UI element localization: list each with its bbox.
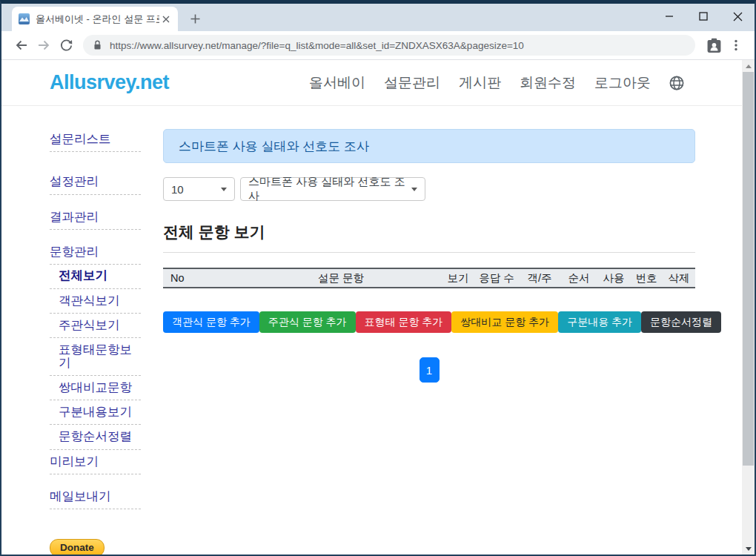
add-section-button[interactable]: 구분내용 추가 bbox=[558, 311, 641, 333]
sidebar-item-results[interactable]: 결과관리 bbox=[50, 211, 141, 230]
tab-title: 올서베이넷 - 온라인 설문 프로그 bbox=[36, 13, 159, 26]
sidebar-item-settings[interactable]: 설정관리 bbox=[50, 175, 141, 194]
scroll-down-icon[interactable] bbox=[742, 543, 755, 555]
main-panel: 스마트폰 사용 실태와 선호도 조사 10 스마트폰 사용 실태와 선호도 조사… bbox=[163, 106, 695, 555]
sidebar-item-view-all[interactable]: 전체보기 bbox=[50, 269, 141, 288]
section-title: 전체 문항 보기 bbox=[163, 222, 695, 242]
action-buttons: 객관식 문항 추가 주관식 문항 추가 표형태 문항 추가 쌍대비교 문항 추가… bbox=[163, 311, 695, 333]
browser-window: 올서베이넷 - 온라인 설문 프로그 bbox=[0, 0, 756, 556]
nav-item-member-edit[interactable]: 회원수정 bbox=[520, 73, 576, 93]
survey-title-banner: 스마트폰 사용 실태와 선호도 조사 bbox=[163, 129, 695, 163]
minimize-icon[interactable] bbox=[652, 4, 686, 29]
sidebar-item-section-view[interactable]: 구분내용보기 bbox=[50, 406, 141, 425]
tab-close-icon[interactable] bbox=[159, 13, 173, 26]
column-order: 순서 bbox=[560, 271, 597, 285]
column-view: 보기 bbox=[442, 271, 474, 285]
sidebar-item-send-mail[interactable]: 메일보내기 bbox=[50, 490, 141, 509]
scroll-up-icon[interactable] bbox=[742, 60, 755, 72]
donate-button[interactable]: Donate bbox=[50, 539, 105, 555]
url-text: https://www.allsurvey.net/manage/?file=q… bbox=[110, 40, 524, 51]
browser-toolbar: https://www.allsurvey.net/manage/?file=q… bbox=[1, 31, 755, 60]
maximize-icon[interactable] bbox=[686, 4, 720, 29]
new-tab-icon[interactable] bbox=[185, 9, 205, 28]
column-no: No bbox=[163, 272, 267, 284]
sidebar-item-preview[interactable]: 미리보기 bbox=[50, 455, 141, 474]
divider bbox=[163, 252, 695, 253]
sidebar-item-open-ended[interactable]: 주관식보기 bbox=[50, 319, 141, 338]
window-controls bbox=[652, 4, 755, 29]
nav-item-allsurvey[interactable]: 올서베이 bbox=[309, 73, 365, 93]
sidebar-item-question-manage[interactable]: 문항관리 bbox=[50, 245, 141, 265]
page-1-button[interactable]: 1 bbox=[420, 357, 440, 383]
column-question: 설문 문항 bbox=[267, 271, 415, 285]
scrollbar-thumb[interactable] bbox=[743, 72, 754, 466]
vertical-scrollbar[interactable] bbox=[742, 60, 755, 555]
browser-tab[interactable]: 올서베이넷 - 온라인 설문 프로그 bbox=[12, 7, 178, 31]
url-bar[interactable]: https://www.allsurvey.net/manage/?file=q… bbox=[83, 35, 695, 56]
reload-icon[interactable] bbox=[55, 34, 77, 56]
sidebar: 설문리스트 설정관리 결과관리 문항관리 전체보기 객관식보기 주관식보기 표형… bbox=[50, 106, 141, 555]
survey-select-value: 스마트폰 사용 실태와 선호도 조사 bbox=[248, 175, 411, 203]
add-table-type-button[interactable]: 표형태 문항 추가 bbox=[356, 311, 452, 333]
survey-select[interactable]: 스마트폰 사용 실태와 선호도 조사 bbox=[240, 177, 425, 201]
close-icon[interactable] bbox=[720, 4, 755, 29]
caret-down-icon bbox=[221, 188, 227, 191]
back-icon[interactable] bbox=[10, 34, 33, 56]
column-use: 사용 bbox=[597, 271, 630, 285]
page-size-select[interactable]: 10 bbox=[163, 177, 235, 201]
nav-item-survey-manage[interactable]: 설문관리 bbox=[384, 73, 440, 93]
table-header-row: No 설문 문항 보기 응답 수 객/주 순서 사용 번호 삭제 bbox=[163, 268, 695, 288]
pagination: 1 bbox=[163, 357, 695, 383]
add-multiple-choice-button[interactable]: 객관식 문항 추가 bbox=[163, 311, 259, 333]
nav-item-logout[interactable]: 로그아웃 bbox=[594, 73, 651, 93]
content-area: 설문리스트 설정관리 결과관리 문항관리 전체보기 객관식보기 주관식보기 표형… bbox=[1, 106, 755, 555]
site-nav: 올서베이 설문관리 게시판 회원수정 로그아웃 bbox=[309, 73, 684, 93]
forward-icon[interactable] bbox=[33, 34, 55, 56]
profile-icon[interactable] bbox=[703, 34, 725, 56]
filter-row: 10 스마트폰 사용 실태와 선호도 조사 bbox=[163, 177, 695, 201]
globe-icon[interactable] bbox=[669, 76, 684, 90]
page-size-value: 10 bbox=[171, 183, 184, 196]
sidebar-item-multiple-choice[interactable]: 객관식보기 bbox=[50, 294, 141, 314]
sidebar-item-table-type[interactable]: 표형태문항보기 bbox=[50, 343, 141, 376]
sidebar-item-question-order[interactable]: 문항순서정렬 bbox=[50, 430, 141, 449]
add-open-ended-button[interactable]: 주관식 문항 추가 bbox=[259, 311, 356, 333]
caret-down-icon bbox=[411, 188, 417, 191]
favicon-icon bbox=[19, 13, 30, 24]
column-number: 번호 bbox=[630, 271, 663, 285]
browser-titlebar: 올서베이넷 - 온라인 설문 프로그 bbox=[1, 4, 755, 31]
site-logo[interactable]: Allusrvey.net bbox=[50, 71, 169, 94]
sidebar-item-pairwise[interactable]: 쌍대비교문항 bbox=[50, 381, 141, 400]
lock-icon[interactable] bbox=[93, 40, 102, 50]
add-pairwise-button[interactable]: 쌍대비교 문항 추가 bbox=[451, 311, 558, 333]
nav-item-board[interactable]: 게시판 bbox=[459, 73, 501, 93]
page-content: Allusrvey.net 올서베이 설문관리 게시판 회원수정 로그아웃 bbox=[1, 60, 755, 555]
sidebar-item-survey-list[interactable]: 설문리스트 bbox=[50, 133, 141, 152]
question-order-button[interactable]: 문항순서정렬 bbox=[641, 311, 721, 333]
column-response-count: 응답 수 bbox=[474, 271, 519, 285]
menu-dots-icon[interactable] bbox=[725, 34, 747, 56]
column-delete: 삭제 bbox=[663, 271, 695, 285]
column-obj-subj: 객/주 bbox=[519, 271, 560, 285]
site-header: Allusrvey.net 올서베이 설문관리 게시판 회원수정 로그아웃 bbox=[1, 60, 755, 106]
